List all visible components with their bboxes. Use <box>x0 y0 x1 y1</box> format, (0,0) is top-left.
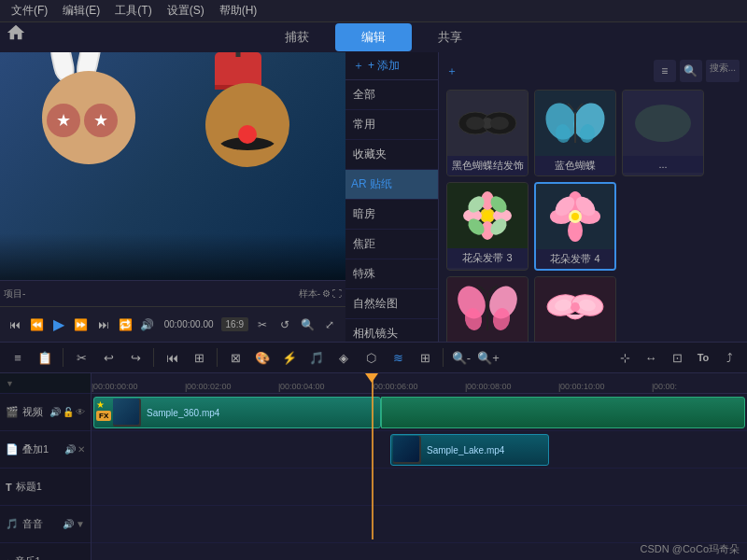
step-forward-button[interactable]: ⏩ <box>72 315 91 335</box>
home-icon[interactable] <box>6 22 26 46</box>
cut-icon[interactable]: ✂ <box>69 345 93 370</box>
track-settings-icon[interactable]: ⊡ <box>665 345 689 370</box>
preview-controls-right: ✂ ↺ 🔍 ⤢ <box>252 315 340 335</box>
thumb-img <box>113 399 139 425</box>
overlay-lock[interactable]: ✕ <box>78 444 85 455</box>
volume-button[interactable]: 🔊 <box>138 315 157 335</box>
clip-teal-extension[interactable] <box>381 397 745 428</box>
stabilize-icon[interactable]: ◈ <box>331 345 356 370</box>
bow-dark-thumb <box>447 91 528 156</box>
timeline-content: 00:00:00:00 00:00:02:00 00:00:04:00 00:0… <box>92 373 747 560</box>
menu-help[interactable]: 帮助(H) <box>212 1 265 21</box>
audio-mute[interactable]: 🔊 <box>63 519 74 529</box>
cat-common[interactable]: 常用 <box>345 110 438 140</box>
insert-icon[interactable]: ⊞ <box>187 345 211 370</box>
separator-4 <box>443 348 444 367</box>
step-back-button[interactable]: ⏪ <box>28 315 47 335</box>
search-icon[interactable]: 🔍 <box>680 60 702 82</box>
export-icon[interactable]: ⤴ <box>717 345 741 370</box>
effect-flower4[interactable]: 花朵发带 4 <box>534 182 616 271</box>
tab-capture[interactable]: 捕获 <box>259 23 335 51</box>
color-tl-icon[interactable]: 🎨 <box>250 345 275 370</box>
rewind-end-button[interactable]: ⏭ <box>94 315 113 335</box>
undo-icon[interactable]: ↩ <box>96 345 120 370</box>
track-labels-panel: ▼ 🎬 视频 🔊 🔓 👁 📄 叠加1 � <box>0 373 92 560</box>
cat-all[interactable]: 全部 <box>345 80 438 110</box>
audio-icon[interactable]: 🎵 <box>304 345 329 370</box>
clown-nose <box>238 125 257 144</box>
timeline-right-tools: ⊹ ↔ ⊡ To ⤴ <box>613 345 741 370</box>
prev-frame-icon[interactable]: ⏮ <box>160 345 184 370</box>
add-effect-button[interactable]: ＋ + 添加 <box>345 52 438 80</box>
effect-pink-ribbon[interactable]: 粉色丝带 <box>534 276 616 342</box>
eye-icon[interactable]: 👁 <box>76 407 85 417</box>
snap-icon[interactable]: ⊹ <box>613 345 637 370</box>
mosaic-icon[interactable]: ⊞ <box>413 345 437 370</box>
cat-lens[interactable]: 相机镜头 <box>345 319 438 342</box>
menu-edit[interactable]: 编辑(E) <box>55 1 107 21</box>
cat-favorites[interactable]: 收藏夹 <box>345 140 438 170</box>
rewind-start-button[interactable]: ⏮ <box>6 315 24 335</box>
cat-nature[interactable]: 自然绘图 <box>345 289 438 319</box>
effect-flower3[interactable]: 花朵发带 3 <box>446 182 529 271</box>
timeline-add-icon[interactable]: 📋 <box>33 345 57 370</box>
cat-special[interactable]: 特殊 <box>345 259 438 289</box>
menu-tools[interactable]: 工具(T) <box>107 1 159 21</box>
clip-lake[interactable]: Sample_Lake.mp4 <box>390 434 549 466</box>
zoom-in-icon[interactable]: 🔍+ <box>476 345 500 370</box>
search-input[interactable]: 搜索... <box>706 60 740 82</box>
timeline-section: ≡ 📋 ✂ ↩ ↪ ⏮ ⊞ ⊠ 🎨 ⚡ 🎵 ◈ ⬡ ≋ ⊞ 🔍- 🔍+ ⊹ ↔ <box>0 342 747 560</box>
ripple-icon[interactable]: ↔ <box>639 345 663 370</box>
video-track-icon: 🎬 <box>6 406 19 418</box>
crop-button[interactable]: ✂ <box>252 315 273 335</box>
cat-focal[interactable]: 焦距 <box>345 230 438 259</box>
rotate-button[interactable]: ↺ <box>275 315 295 335</box>
video-track-controls: 🔊 🔓 👁 <box>49 407 85 417</box>
tick-0: 00:00:00:00 <box>92 383 93 393</box>
lock-icon[interactable]: 🔓 <box>63 407 74 417</box>
mask-icon[interactable]: ⬡ <box>359 345 383 370</box>
tab-edit[interactable]: 编辑 <box>335 23 412 51</box>
tick-12s: 00:00: <box>652 383 654 393</box>
motion-icon[interactable]: ≋ <box>386 345 410 370</box>
zoom-out-icon[interactable]: 🔍- <box>449 345 473 370</box>
effect-butterfly-blue[interactable]: 蓝色蝴蝶 <box>534 90 616 176</box>
effect-hidden-right[interactable]: ... <box>622 90 704 176</box>
project-label: 项目- <box>4 287 25 301</box>
main-content: ★ ★ <box>0 52 747 342</box>
filter-icon[interactable]: ≡ <box>654 60 676 82</box>
person-head: ★ ★ <box>42 71 135 164</box>
speed-icon[interactable]: ⚡ <box>277 345 302 370</box>
menu-settings[interactable]: 设置(S) <box>160 1 212 21</box>
effects-row-2: 花朵发带 3 <box>446 182 740 271</box>
effect-bow-dark[interactable]: 黑色蝴蝶结发饰 <box>446 90 529 176</box>
cat-ar-stickers[interactable]: AR 贴纸 <box>345 170 438 200</box>
redo-icon[interactable]: ↪ <box>123 345 148 370</box>
mute-icon[interactable]: 🔊 <box>49 407 61 417</box>
video-track-content: ★ FX Sample_360.mp4 <box>92 394 747 431</box>
repeat-button[interactable]: 🔁 <box>116 315 134 335</box>
audio-expand[interactable]: ▼ <box>76 519 85 529</box>
menu-file[interactable]: 文件(F) <box>4 1 55 21</box>
clip-star-icon: ★ <box>96 399 105 410</box>
lake-thumb-img <box>393 436 419 462</box>
overlay-mute[interactable]: 🔊 <box>64 444 76 455</box>
top-navigation: 捕获 编辑 共享 <box>0 22 747 52</box>
crop-tl-icon[interactable]: ⊠ <box>223 345 247 370</box>
settings-mini-icon[interactable]: ⚙ <box>322 288 331 299</box>
grid-add-button[interactable]: ＋ <box>446 63 458 79</box>
bow-dark-label: 黑色蝴蝶结发饰 <box>447 156 528 175</box>
fullscreen-mini-icon[interactable]: ⛶ <box>332 288 342 299</box>
play-button[interactable]: ▶ <box>49 315 68 335</box>
clip-sample360[interactable]: ★ FX Sample_360.mp4 <box>93 397 381 428</box>
effect-pink-butterfly[interactable]: 粉色蝴蝶 <box>446 276 529 342</box>
audio-track-controls: 🔊 ▼ <box>63 519 85 529</box>
cat-darkroom[interactable]: 暗房 <box>345 200 438 230</box>
sample-label: 样本- <box>299 287 320 301</box>
timeline-menu-icon[interactable]: ≡ <box>6 345 30 370</box>
grid-tools: ≡ 🔍 搜索... <box>654 60 740 82</box>
tab-share[interactable]: 共享 <box>412 23 488 51</box>
zoom-controls[interactable]: 🔍 <box>297 315 317 335</box>
person-left: ★ ★ <box>28 62 177 258</box>
expand-button[interactable]: ⤢ <box>319 315 340 335</box>
